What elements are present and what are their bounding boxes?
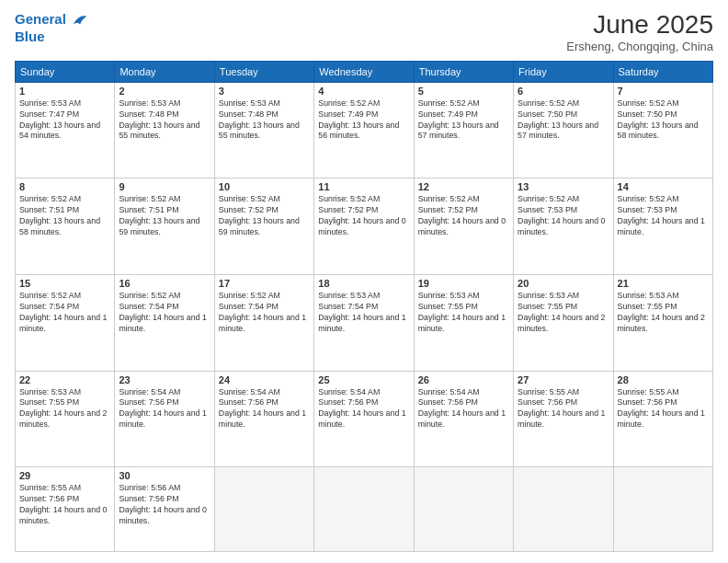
day-number: 15 xyxy=(19,278,110,289)
day-number: 14 xyxy=(618,181,709,192)
day-number: 12 xyxy=(418,181,509,192)
col-monday: Monday xyxy=(115,61,214,82)
table-row: 9 Sunrise: 5:52 AM Sunset: 7:51 PM Dayli… xyxy=(115,178,214,275)
day-info: Sunrise: 5:55 AM Sunset: 7:56 PM Dayligh… xyxy=(518,387,609,431)
table-row: 15 Sunrise: 5:52 AM Sunset: 7:54 PM Dayl… xyxy=(16,274,115,371)
table-row: 2 Sunrise: 5:53 AM Sunset: 7:48 PM Dayli… xyxy=(115,82,214,178)
table-row xyxy=(314,467,414,552)
table-row: 21 Sunrise: 5:53 AM Sunset: 7:55 PM Dayl… xyxy=(613,274,712,371)
table-row: 27 Sunrise: 5:55 AM Sunset: 7:56 PM Dayl… xyxy=(514,371,613,467)
table-row: 30 Sunrise: 5:56 AM Sunset: 7:56 PM Dayl… xyxy=(115,467,214,552)
col-saturday: Saturday xyxy=(613,61,712,82)
day-number: 28 xyxy=(618,374,709,385)
day-number: 7 xyxy=(618,86,709,97)
day-info: Sunrise: 5:52 AM Sunset: 7:52 PM Dayligh… xyxy=(418,194,509,238)
table-row: 19 Sunrise: 5:53 AM Sunset: 7:55 PM Dayl… xyxy=(414,274,513,371)
table-row xyxy=(613,467,712,552)
day-info: Sunrise: 5:52 AM Sunset: 7:54 PM Dayligh… xyxy=(119,291,210,335)
day-info: Sunrise: 5:53 AM Sunset: 7:55 PM Dayligh… xyxy=(19,387,110,431)
day-number: 21 xyxy=(618,278,709,289)
day-info: Sunrise: 5:52 AM Sunset: 7:51 PM Dayligh… xyxy=(19,194,110,238)
table-row: 16 Sunrise: 5:52 AM Sunset: 7:54 PM Dayl… xyxy=(115,274,214,371)
table-row: 25 Sunrise: 5:54 AM Sunset: 7:56 PM Dayl… xyxy=(314,371,414,467)
day-info: Sunrise: 5:52 AM Sunset: 7:52 PM Dayligh… xyxy=(318,194,409,238)
table-row: 11 Sunrise: 5:52 AM Sunset: 7:52 PM Dayl… xyxy=(314,178,414,275)
table-row: 18 Sunrise: 5:53 AM Sunset: 7:54 PM Dayl… xyxy=(314,274,414,371)
day-info: Sunrise: 5:52 AM Sunset: 7:49 PM Dayligh… xyxy=(418,98,509,143)
table-row: 24 Sunrise: 5:54 AM Sunset: 7:56 PM Dayl… xyxy=(214,371,313,467)
title-block: June 2025 Ersheng, Chongqing, China xyxy=(566,11,713,53)
day-number: 24 xyxy=(219,374,310,385)
day-number: 5 xyxy=(418,86,509,97)
table-row: 28 Sunrise: 5:55 AM Sunset: 7:56 PM Dayl… xyxy=(613,371,712,467)
table-row: 13 Sunrise: 5:52 AM Sunset: 7:53 PM Dayl… xyxy=(514,178,613,275)
day-info: Sunrise: 5:54 AM Sunset: 7:56 PM Dayligh… xyxy=(219,387,310,431)
day-number: 11 xyxy=(318,181,409,192)
day-number: 2 xyxy=(119,86,210,97)
table-row: 3 Sunrise: 5:53 AM Sunset: 7:48 PM Dayli… xyxy=(214,82,313,178)
table-row: 22 Sunrise: 5:53 AM Sunset: 7:55 PM Dayl… xyxy=(16,371,115,467)
table-row: 23 Sunrise: 5:54 AM Sunset: 7:56 PM Dayl… xyxy=(115,371,214,467)
col-sunday: Sunday xyxy=(16,61,115,82)
day-number: 23 xyxy=(119,374,210,385)
col-thursday: Thursday xyxy=(414,61,513,82)
day-number: 9 xyxy=(119,181,210,192)
day-info: Sunrise: 5:52 AM Sunset: 7:54 PM Dayligh… xyxy=(219,291,310,335)
day-info: Sunrise: 5:53 AM Sunset: 7:47 PM Dayligh… xyxy=(19,98,110,143)
day-info: Sunrise: 5:55 AM Sunset: 7:56 PM Dayligh… xyxy=(19,483,110,527)
day-number: 16 xyxy=(119,278,210,289)
day-info: Sunrise: 5:54 AM Sunset: 7:56 PM Dayligh… xyxy=(318,387,409,431)
month-title: June 2025 xyxy=(566,11,713,40)
day-info: Sunrise: 5:54 AM Sunset: 7:56 PM Dayligh… xyxy=(418,387,509,431)
table-row: 20 Sunrise: 5:53 AM Sunset: 7:55 PM Dayl… xyxy=(514,274,613,371)
header: General Blue June 2025 Ersheng, Chongqin… xyxy=(15,11,713,53)
day-number: 29 xyxy=(19,470,110,481)
table-row: 4 Sunrise: 5:52 AM Sunset: 7:49 PM Dayli… xyxy=(314,82,414,178)
day-info: Sunrise: 5:52 AM Sunset: 7:50 PM Dayligh… xyxy=(518,98,609,143)
day-number: 25 xyxy=(318,374,409,385)
table-row xyxy=(414,467,513,552)
day-number: 22 xyxy=(19,374,110,385)
day-info: Sunrise: 5:53 AM Sunset: 7:55 PM Dayligh… xyxy=(618,291,709,335)
day-number: 18 xyxy=(318,278,409,289)
day-info: Sunrise: 5:52 AM Sunset: 7:53 PM Dayligh… xyxy=(618,194,709,238)
calendar-week-row: 22 Sunrise: 5:53 AM Sunset: 7:55 PM Dayl… xyxy=(16,371,713,467)
table-row: 12 Sunrise: 5:52 AM Sunset: 7:52 PM Dayl… xyxy=(414,178,513,275)
calendar-week-row: 1 Sunrise: 5:53 AM Sunset: 7:47 PM Dayli… xyxy=(16,82,713,178)
day-info: Sunrise: 5:52 AM Sunset: 7:52 PM Dayligh… xyxy=(219,194,310,238)
day-info: Sunrise: 5:55 AM Sunset: 7:56 PM Dayligh… xyxy=(618,387,709,431)
logo-blue-text: Blue xyxy=(15,29,90,45)
day-number: 13 xyxy=(518,181,609,192)
day-info: Sunrise: 5:53 AM Sunset: 7:55 PM Dayligh… xyxy=(418,291,509,335)
logo-bird-icon xyxy=(72,11,90,29)
day-info: Sunrise: 5:54 AM Sunset: 7:56 PM Dayligh… xyxy=(119,387,210,431)
day-number: 8 xyxy=(19,181,110,192)
table-row: 14 Sunrise: 5:52 AM Sunset: 7:53 PM Dayl… xyxy=(613,178,712,275)
day-info: Sunrise: 5:52 AM Sunset: 7:53 PM Dayligh… xyxy=(518,194,609,238)
table-row: 8 Sunrise: 5:52 AM Sunset: 7:51 PM Dayli… xyxy=(16,178,115,275)
day-number: 4 xyxy=(318,86,409,97)
day-info: Sunrise: 5:52 AM Sunset: 7:51 PM Dayligh… xyxy=(119,194,210,238)
table-row: 7 Sunrise: 5:52 AM Sunset: 7:50 PM Dayli… xyxy=(613,82,712,178)
day-info: Sunrise: 5:52 AM Sunset: 7:50 PM Dayligh… xyxy=(618,98,709,143)
day-info: Sunrise: 5:52 AM Sunset: 7:49 PM Dayligh… xyxy=(318,98,409,143)
table-row: 6 Sunrise: 5:52 AM Sunset: 7:50 PM Dayli… xyxy=(514,82,613,178)
day-info: Sunrise: 5:53 AM Sunset: 7:55 PM Dayligh… xyxy=(518,291,609,335)
location: Ersheng, Chongqing, China xyxy=(566,40,713,53)
day-info: Sunrise: 5:52 AM Sunset: 7:54 PM Dayligh… xyxy=(19,291,110,335)
col-tuesday: Tuesday xyxy=(214,61,313,82)
table-row xyxy=(214,467,313,552)
day-info: Sunrise: 5:53 AM Sunset: 7:54 PM Dayligh… xyxy=(318,291,409,335)
day-info: Sunrise: 5:53 AM Sunset: 7:48 PM Dayligh… xyxy=(119,98,210,143)
day-number: 19 xyxy=(418,278,509,289)
day-number: 1 xyxy=(19,86,110,97)
day-number: 10 xyxy=(219,181,310,192)
day-number: 6 xyxy=(518,86,609,97)
calendar-week-row: 8 Sunrise: 5:52 AM Sunset: 7:51 PM Dayli… xyxy=(16,178,713,275)
calendar-header-row: Sunday Monday Tuesday Wednesday Thursday… xyxy=(16,61,713,82)
page: General Blue June 2025 Ersheng, Chongqin… xyxy=(0,0,728,563)
logo-text: General xyxy=(15,11,90,29)
col-wednesday: Wednesday xyxy=(314,61,414,82)
day-number: 26 xyxy=(418,374,509,385)
day-number: 17 xyxy=(219,278,310,289)
